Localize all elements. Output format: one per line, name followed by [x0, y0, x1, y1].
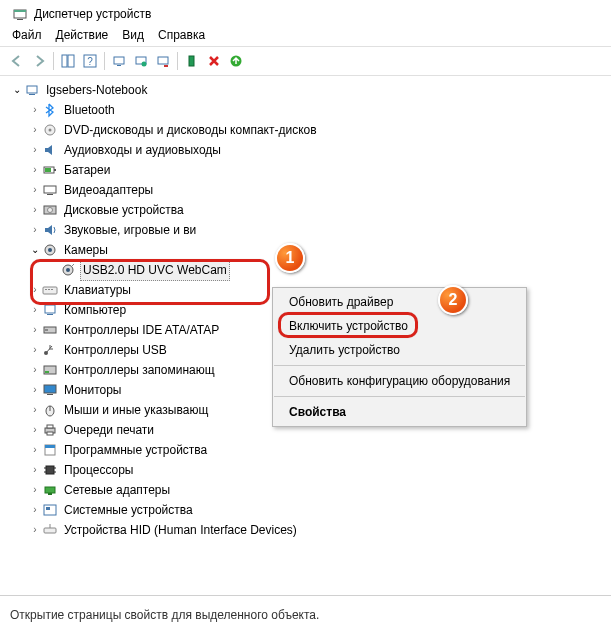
remove-button[interactable]	[203, 50, 225, 72]
expand-icon[interactable]: ›	[28, 140, 42, 160]
svg-rect-2	[17, 19, 23, 20]
tree-item[interactable]: › Батареи	[10, 160, 607, 180]
svg-rect-8	[117, 65, 121, 66]
show-hide-button[interactable]	[57, 50, 79, 72]
svg-rect-29	[43, 287, 57, 294]
tree-item-label: Устройства HID (Human Interface Devices)	[62, 520, 299, 540]
tree-root[interactable]: ⌄ Igsebers-Notebook	[10, 80, 607, 100]
svg-rect-4	[68, 55, 74, 67]
expand-icon[interactable]: ›	[28, 340, 42, 360]
tree-item[interactable]: › Устройства HID (Human Interface Device…	[10, 520, 607, 540]
tree-item[interactable]: › DVD-дисководы и дисководы компакт-диск…	[10, 120, 607, 140]
disk-icon	[42, 202, 58, 218]
svg-rect-19	[54, 169, 56, 171]
svg-rect-30	[45, 289, 47, 290]
expand-icon[interactable]: ›	[28, 180, 42, 200]
svg-rect-58	[44, 528, 56, 533]
tree-item[interactable]: › Системные устройства	[10, 500, 607, 520]
tree-item[interactable]: › Процессоры	[10, 460, 607, 480]
svg-rect-48	[45, 445, 55, 448]
kbd-icon	[42, 282, 58, 298]
context-menu-item[interactable]: Обновить конфигурацию оборудования	[273, 369, 526, 393]
update-button[interactable]	[152, 50, 174, 72]
context-menu: Обновить драйверВключить устройствоУдали…	[272, 287, 527, 427]
tree-item-label: Компьютер	[62, 300, 128, 320]
back-button[interactable]	[6, 50, 28, 72]
tree-item-label: Мыши и иные указывающ	[62, 400, 210, 420]
help-button[interactable]: ?	[79, 50, 101, 72]
hid-icon	[42, 522, 58, 538]
expand-icon[interactable]: ›	[28, 380, 42, 400]
svg-rect-12	[189, 56, 194, 66]
context-menu-item[interactable]: Обновить драйвер	[273, 290, 526, 314]
expand-icon[interactable]: ›	[28, 100, 42, 120]
menu-file[interactable]: Файл	[12, 28, 42, 42]
tree-item-child[interactable]: USB2.0 HD UVC WebCam	[10, 260, 607, 280]
expand-icon[interactable]: ›	[28, 220, 42, 240]
expand-icon[interactable]: ›	[28, 160, 42, 180]
tree-item[interactable]: › Звуковые, игровые и ви	[10, 220, 607, 240]
svg-rect-21	[44, 186, 56, 193]
expand-icon[interactable]: ›	[28, 440, 42, 460]
svg-rect-36	[45, 329, 48, 331]
svg-rect-54	[45, 487, 55, 493]
expand-icon[interactable]: ›	[28, 520, 42, 540]
scan-button[interactable]	[108, 50, 130, 72]
tree-item-label: USB2.0 HD UVC WebCam	[80, 259, 230, 281]
svg-rect-41	[47, 394, 53, 395]
cam-icon	[42, 242, 58, 258]
expand-icon[interactable]: ›	[28, 120, 42, 140]
expand-icon[interactable]: ⌄	[10, 80, 24, 100]
stor-icon	[42, 362, 58, 378]
snd-icon	[42, 222, 58, 238]
expand-icon[interactable]: ›	[28, 400, 42, 420]
forward-button[interactable]	[28, 50, 50, 72]
tree-item[interactable]: ⌄ Камеры	[10, 240, 607, 260]
expand-icon[interactable]: ›	[28, 280, 42, 300]
svg-rect-33	[45, 305, 55, 313]
svg-rect-55	[48, 493, 52, 495]
device-manager-window: Диспетчер устройств Файл Действие Вид Сп…	[0, 0, 611, 632]
tree-item-label: Контроллеры USB	[62, 340, 169, 360]
tree-item[interactable]: › Видеоадаптеры	[10, 180, 607, 200]
expand-icon[interactable]: ›	[28, 480, 42, 500]
expand-icon[interactable]: ›	[28, 360, 42, 380]
enable-button[interactable]	[225, 50, 247, 72]
tree-item[interactable]: › Дисковые устройства	[10, 200, 607, 220]
print-icon	[42, 422, 58, 438]
menubar: Файл Действие Вид Справка	[0, 26, 611, 46]
menu-action[interactable]: Действие	[56, 28, 109, 42]
expand-icon[interactable]: ›	[28, 300, 42, 320]
menu-help[interactable]: Справка	[158, 28, 205, 42]
svg-rect-15	[29, 94, 35, 95]
expand-icon[interactable]: ›	[28, 420, 42, 440]
tree-item[interactable]: › Программные устройства	[10, 440, 607, 460]
svg-rect-40	[44, 385, 56, 393]
tree-item-label: Процессоры	[62, 460, 136, 480]
action-button[interactable]	[130, 50, 152, 72]
soft-icon	[42, 442, 58, 458]
expand-icon[interactable]: ›	[28, 320, 42, 340]
expand-icon[interactable]: ⌄	[28, 240, 42, 260]
expand-icon[interactable]: ›	[28, 200, 42, 220]
gpu-icon	[42, 182, 58, 198]
context-menu-item[interactable]: Свойства	[273, 400, 526, 424]
tree-item[interactable]: › Сетевые адаптеры	[10, 480, 607, 500]
toolbar-separator	[53, 52, 54, 70]
context-menu-item[interactable]: Включить устройство	[273, 314, 526, 338]
context-menu-item[interactable]: Удалить устройство	[273, 338, 526, 362]
menu-view[interactable]: Вид	[122, 28, 144, 42]
expand-icon[interactable]: ›	[28, 460, 42, 480]
mon-icon	[42, 382, 58, 398]
expand-icon[interactable]: ›	[28, 500, 42, 520]
svg-rect-14	[27, 86, 37, 93]
tree-item[interactable]: › Аудиовходы и аудиовыходы	[10, 140, 607, 160]
tree-item[interactable]: › Bluetooth	[10, 100, 607, 120]
usb-icon	[42, 342, 58, 358]
device-button[interactable]	[181, 50, 203, 72]
svg-rect-39	[45, 371, 49, 373]
svg-rect-46	[47, 432, 53, 435]
tree-item-label: Очереди печати	[62, 420, 156, 440]
toolbar: ?	[0, 46, 611, 76]
svg-point-10	[142, 62, 147, 67]
